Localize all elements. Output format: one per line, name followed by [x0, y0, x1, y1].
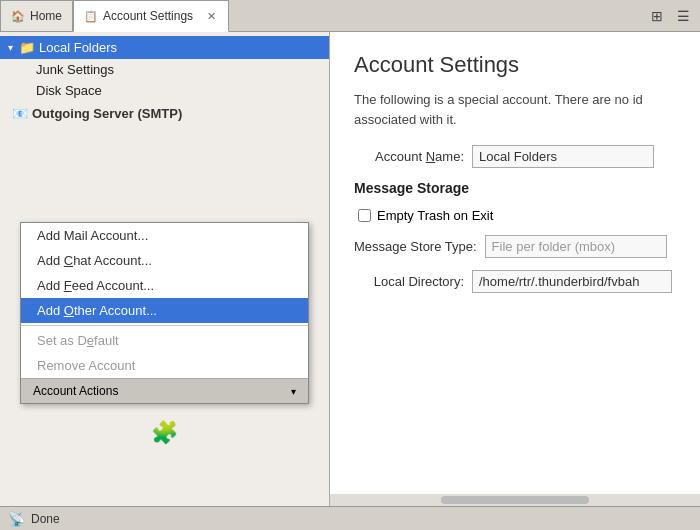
account-name-input[interactable]: [472, 145, 654, 168]
account-name-row: Account Name:: [354, 145, 676, 168]
sidebar-item-local-folders-label: Local Folders: [39, 40, 117, 55]
add-other-label: Add Other Account...: [37, 303, 157, 318]
remove-account-label: Remove Account: [37, 358, 135, 373]
disk-space-label: Disk Space: [36, 83, 102, 98]
account-name-label: Account Name:: [354, 149, 464, 164]
menu-icon[interactable]: ☰: [672, 6, 694, 26]
puzzle-icon[interactable]: 🧩: [151, 420, 178, 446]
dropdown-footer[interactable]: Account Actions ▾: [21, 378, 308, 403]
outgoing-server-label: Outgoing Server (SMTP): [32, 106, 182, 121]
tab-close-button[interactable]: ✕: [204, 9, 218, 23]
tab-home-label: Home: [30, 9, 62, 23]
tab-account-settings[interactable]: 📋 Account Settings ✕: [73, 0, 229, 32]
account-settings-icon: 📋: [84, 10, 98, 23]
sidebar-item-local-folders[interactable]: ▾ 📁 Local Folders: [0, 36, 329, 59]
horizontal-scrollbar[interactable]: [330, 494, 700, 506]
status-bar: 📡 Done: [0, 506, 700, 530]
dropdown-add-mail[interactable]: Add Mail Account...: [21, 223, 308, 248]
home-icon: 🏠: [11, 10, 25, 23]
add-chat-label: Add Chat Account...: [37, 253, 152, 268]
dropdown-menu: Add Mail Account... Add Chat Account... …: [20, 222, 309, 404]
dropdown-set-default[interactable]: Set as Default: [21, 328, 308, 353]
grid-icon[interactable]: ⊞: [646, 6, 668, 26]
dropdown-add-feed[interactable]: Add Feed Account...: [21, 273, 308, 298]
local-dir-row: Local Directory:: [354, 270, 676, 293]
empty-trash-checkbox[interactable]: [358, 209, 371, 222]
account-actions-label: Account Actions: [33, 384, 118, 398]
folder-icon: 📁: [19, 40, 35, 55]
add-mail-label: Add Mail Account...: [37, 228, 148, 243]
sidebar-item-disk-space[interactable]: Disk Space: [0, 80, 329, 101]
arrow-icon: ▾: [8, 42, 13, 53]
status-text: Done: [31, 512, 60, 526]
tab-bar-icons: ⊞ ☰: [640, 0, 700, 31]
right-panel: Account Settings The following is a spec…: [330, 32, 700, 506]
message-store-label: Message Store Type:: [354, 239, 477, 254]
page-title: Account Settings: [354, 52, 676, 78]
status-icon: 📡: [8, 511, 25, 527]
sidebar-item-outgoing-server[interactable]: 📧 Outgoing Server (SMTP): [0, 101, 329, 126]
empty-trash-label: Empty Trash on Exit: [377, 208, 493, 223]
dropdown-remove-account[interactable]: Remove Account: [21, 353, 308, 378]
dropdown-add-other[interactable]: Add Other Account...: [21, 298, 308, 323]
tab-account-settings-label: Account Settings: [103, 9, 193, 23]
sidebar: ▾ 📁 Local Folders Junk Settings Disk Spa…: [0, 32, 330, 506]
main-content: ▾ 📁 Local Folders Junk Settings Disk Spa…: [0, 32, 700, 506]
add-feed-label: Add Feed Account...: [37, 278, 154, 293]
chevron-down-icon: ▾: [291, 386, 296, 397]
junk-settings-label: Junk Settings: [36, 62, 114, 77]
message-store-input[interactable]: [485, 235, 667, 258]
local-dir-input[interactable]: [472, 270, 672, 293]
dropdown-add-chat[interactable]: Add Chat Account...: [21, 248, 308, 273]
dropdown-separator: [21, 325, 308, 326]
outgoing-server-icon: 📧: [12, 106, 28, 121]
description-text: The following is a special account. Ther…: [354, 90, 676, 129]
tab-home[interactable]: 🏠 Home: [0, 0, 73, 31]
local-dir-label: Local Directory:: [354, 274, 464, 289]
empty-trash-row: Empty Trash on Exit: [354, 208, 676, 223]
scroll-thumb[interactable]: [441, 496, 589, 504]
message-storage-header: Message Storage: [354, 180, 676, 196]
set-default-label: Set as Default: [37, 333, 119, 348]
message-store-row: Message Store Type:: [354, 235, 676, 258]
sidebar-item-junk-settings[interactable]: Junk Settings: [0, 59, 329, 80]
tab-bar: 🏠 Home 📋 Account Settings ✕ ⊞ ☰: [0, 0, 700, 32]
